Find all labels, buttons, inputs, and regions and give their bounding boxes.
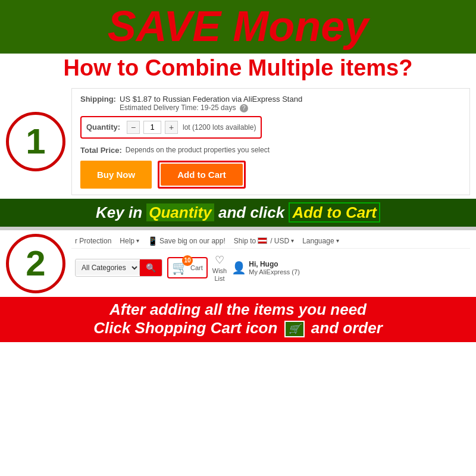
quantity-label: Quantity: xyxy=(86,123,122,131)
total-label: Total Price: xyxy=(80,146,122,155)
app-text: Save big on our app! xyxy=(159,237,226,245)
protection-text: r Protection xyxy=(75,237,111,245)
quantity-row-highlighted: Quantity: − + lot (1200 lots available) xyxy=(80,116,262,139)
ship-to-text: Ship to xyxy=(234,237,256,245)
save-money-title: SAVE Money xyxy=(10,5,466,48)
instruction2-before: Click Shopping Cart icon xyxy=(93,319,277,337)
search-input-wrapper: All Categories 🔍 xyxy=(75,259,162,277)
help-icon[interactable]: ? xyxy=(240,104,248,112)
account-sub: My AliExpress (7) xyxy=(249,268,300,275)
instruction2-line1-text: After adding all the items you need xyxy=(109,300,367,318)
instruction1-text: Key in Quantity and click Add to Cart xyxy=(96,202,380,223)
header-section: SAVE Money xyxy=(0,0,476,54)
currency-chevron-icon: ▾ xyxy=(291,237,294,244)
cart-label: Cart xyxy=(190,264,203,271)
heart-icon: ♡ xyxy=(215,253,224,267)
help-item[interactable]: Help ▾ xyxy=(120,237,139,245)
add-to-cart-button[interactable]: Add to Cart xyxy=(161,164,243,186)
instruction2-after: and order xyxy=(311,319,383,337)
quantity-available: lot (1200 lots available) xyxy=(183,123,256,131)
buy-now-button[interactable]: Buy Now xyxy=(80,161,152,189)
cart-badge: 10 xyxy=(182,255,193,266)
language-text: Language xyxy=(302,237,334,245)
language-item[interactable]: Language ▾ xyxy=(302,237,339,245)
quantity-decrease-button[interactable]: − xyxy=(127,121,140,134)
delivery-info: Estimated Delivery Time: 19-25 days ? xyxy=(120,104,302,112)
cart-button[interactable]: 🛒 10 Cart xyxy=(167,257,208,278)
account-greeting: Hi, Hugo xyxy=(249,260,300,268)
wishlist-button[interactable]: ♡ Wish List xyxy=(212,253,227,282)
step1-number: 1 xyxy=(26,124,45,159)
search-button[interactable]: 🔍 xyxy=(140,259,162,276)
instruction1-middle: and click xyxy=(218,203,284,221)
help-chevron-icon: ▾ xyxy=(136,237,139,244)
instruction1-before: Key in xyxy=(96,203,142,221)
small-cart-icon: 🛒 xyxy=(284,321,305,337)
shipping-info-block: US $1.87 to Russian Federation via AliEx… xyxy=(120,95,302,112)
instruction2-line1: After adding all the items you need xyxy=(6,300,470,319)
instruction-row2: After adding all the items you need Clic… xyxy=(0,297,476,342)
total-row: Total Price: Depends on the product prop… xyxy=(80,146,461,155)
quantity-wrapper: Quantity: − + lot (1200 lots available) xyxy=(80,116,461,142)
category-select[interactable]: All Categories xyxy=(76,261,140,275)
instruction-row1: Key in Quantity and click Add to Cart xyxy=(0,199,476,227)
add-to-cart-wrapper: Add to Cart xyxy=(158,161,246,189)
step1-circle: 1 xyxy=(6,112,65,171)
app-item[interactable]: 📱 Save big on our app! xyxy=(148,236,226,246)
search-icon: 🔍 xyxy=(146,263,156,273)
button-row: Buy Now Add to Cart xyxy=(80,161,461,189)
quantity-increase-button[interactable]: + xyxy=(165,121,178,134)
total-value: Depends on the product properties you se… xyxy=(126,146,270,154)
shipping-label: Shipping: xyxy=(80,95,116,104)
person-icon: 👤 xyxy=(231,261,246,275)
combine-title: How to Combine Multiple items? xyxy=(6,56,470,81)
instruction1-highlight2: Add to Cart xyxy=(289,202,380,223)
aliexpress-ui-step1: Shipping: US $1.87 to Russian Federation… xyxy=(71,88,470,195)
instruction2-line2: Click Shopping Cart icon 🛒 and order xyxy=(6,319,470,337)
phone-icon: 📱 xyxy=(148,236,158,246)
quantity-input[interactable] xyxy=(143,121,161,134)
help-text: Help xyxy=(120,237,134,245)
account-info: Hi, Hugo My AliExpress (7) xyxy=(249,260,300,275)
aliexpress-nav: r Protection Help ▾ 📱 Save big on our ap… xyxy=(71,234,470,286)
cart-icon-box: 🛒 10 xyxy=(172,260,188,275)
instruction1-highlight1: Quantity xyxy=(146,203,214,221)
shipping-value: US $1.87 to Russian Federation via AliEx… xyxy=(120,95,302,104)
shipping-row: Shipping: US $1.87 to Russian Federation… xyxy=(80,95,461,112)
step2-area: 2 r Protection Help ▾ 📱 Save big on our … xyxy=(0,230,476,297)
language-chevron-icon: ▾ xyxy=(336,237,339,244)
ship-to-item[interactable]: Ship to / USD ▾ xyxy=(234,237,294,245)
step2-circle: 2 xyxy=(6,234,65,293)
ali-top-bar: r Protection Help ▾ 📱 Save big on our ap… xyxy=(71,234,470,249)
combine-section: How to Combine Multiple items? xyxy=(0,54,476,84)
wish-label2: List xyxy=(214,275,224,282)
wish-label1: Wish xyxy=(212,267,227,274)
step2-number: 2 xyxy=(26,246,45,281)
ali-search-bar: All Categories 🔍 🛒 10 Cart ♡ Wish List xyxy=(71,249,470,286)
currency-text: / USD xyxy=(270,237,289,245)
account-button[interactable]: 👤 Hi, Hugo My AliExpress (7) xyxy=(231,260,300,275)
flag-icon xyxy=(258,237,267,244)
step1-area: 1 Shipping: US $1.87 to Russian Federati… xyxy=(0,84,476,199)
small-cart-svg: 🛒 xyxy=(289,323,300,334)
quantity-controls: − + xyxy=(127,121,178,134)
